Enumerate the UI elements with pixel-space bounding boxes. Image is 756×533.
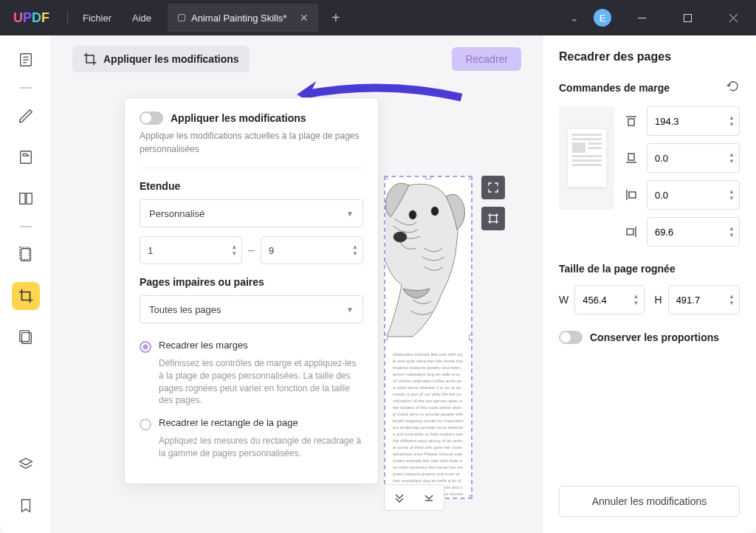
range-select[interactable]: Personnalisé ▼	[140, 199, 363, 227]
cropped-size-label: Taille de la page rognée	[559, 263, 740, 275]
range-to-input[interactable]: 9 ▲▼	[261, 236, 363, 264]
svg-rect-21	[628, 154, 634, 160]
width-label: W	[559, 294, 568, 306]
crop-rect-desc: Appliquez les mesures du rectangle de re…	[159, 435, 363, 460]
crop-tool-icon[interactable]	[12, 282, 40, 310]
svg-point-15	[409, 210, 416, 219]
crop-margins-desc: Définissez les contrôles de marge et app…	[159, 357, 363, 407]
oddeven-section-label: Pages impaires ou paires	[140, 276, 363, 288]
margin-top-input[interactable]: 194.3▲▼	[647, 106, 740, 136]
height-input[interactable]: 491.7▲▼	[668, 285, 740, 314]
margin-right-input[interactable]: 69.6▲▼	[647, 217, 740, 247]
user-avatar[interactable]: E	[594, 9, 611, 27]
crop-box-button[interactable]	[481, 207, 505, 230]
tool-sidebar	[0, 35, 52, 533]
divider	[20, 226, 32, 227]
oddeven-value: Toutes les pages	[149, 304, 221, 315]
range-from-input[interactable]: 1 ▲▼	[140, 236, 242, 264]
svg-rect-20	[628, 119, 634, 125]
crop-panel: Recadrer des pages Commandes de marge 19…	[542, 35, 756, 533]
close-window-button[interactable]	[718, 6, 749, 30]
divider	[140, 168, 363, 168]
radio-icon	[140, 419, 151, 430]
oddeven-select[interactable]: Toutes les pages ▼	[140, 295, 363, 323]
radio-checked-icon	[140, 341, 151, 353]
crop-icon	[83, 52, 97, 66]
range-dash: –	[248, 244, 255, 257]
close-icon[interactable]: ×	[300, 10, 308, 26]
margin-bottom-icon	[623, 151, 639, 165]
apply-changes-button[interactable]: Appliquer les modifications	[72, 46, 250, 72]
crop-rect-radio[interactable]: Recadrer le rectangle de la page	[140, 417, 363, 430]
minimize-button[interactable]	[626, 6, 657, 30]
dog-illustration	[384, 176, 472, 344]
layers-icon[interactable]	[12, 450, 40, 478]
step-down-icon[interactable]: ▼	[231, 251, 237, 257]
ocr-tool-icon[interactable]	[12, 241, 40, 269]
lock-aspect-toggle[interactable]	[559, 331, 583, 344]
page-thumbnail	[559, 106, 614, 210]
step-down-icon[interactable]: ▼	[352, 251, 358, 257]
margin-controls-label: Commandes de marge	[559, 82, 670, 94]
step-up-icon[interactable]: ▲	[352, 244, 358, 250]
caret-down-icon: ▼	[346, 210, 354, 218]
bookmark-icon[interactable]	[12, 492, 40, 520]
width-input[interactable]: 456.4▲▼	[574, 285, 644, 314]
edit-tool-icon[interactable]	[12, 143, 40, 171]
margin-left-icon	[623, 188, 639, 202]
fit-page-button[interactable]	[481, 176, 505, 199]
radio-label: Recadrer les marges	[159, 340, 248, 351]
range-section-label: Etendue	[140, 180, 363, 192]
step-up-icon[interactable]: ▲	[231, 244, 237, 250]
apply-label: Appliquer les modifications	[103, 53, 239, 65]
caret-down-icon: ▼	[346, 306, 354, 314]
add-tab-button[interactable]: +	[324, 10, 348, 27]
svg-point-16	[431, 207, 439, 216]
page-nav	[384, 484, 444, 511]
reader-tool-icon[interactable]	[12, 46, 40, 74]
radio-label: Recadrer le rectangle de la page	[159, 417, 298, 428]
chevron-down-icon[interactable]: ⌄	[570, 12, 579, 24]
batch-tool-icon[interactable]	[12, 323, 40, 351]
maximize-button[interactable]	[672, 6, 703, 30]
svg-point-17	[394, 232, 407, 242]
svg-rect-1	[684, 14, 691, 21]
margin-left-input[interactable]: 0.0▲▼	[647, 180, 740, 210]
lock-aspect-label: Conserver les proportions	[590, 331, 719, 343]
annotate-tool-icon[interactable]	[12, 102, 40, 130]
range-select-value: Personnalisé	[149, 208, 205, 219]
document-tab[interactable]: Animal Painting Skills* ×	[168, 4, 318, 32]
apply-toggle[interactable]	[140, 111, 163, 125]
crop-button[interactable]: Recadrer	[452, 47, 521, 71]
tab-indicator-icon	[178, 14, 185, 21]
page-preview[interactable]: celebrates animals like cats with style …	[384, 176, 472, 499]
divider	[67, 10, 68, 25]
svg-rect-18	[490, 216, 497, 222]
height-label: H	[655, 294, 662, 306]
preview-text: celebrates animals like cats with style …	[385, 347, 471, 499]
svg-rect-9	[19, 193, 24, 204]
svg-rect-10	[26, 193, 31, 204]
margin-bottom-input[interactable]: 0.0▲▼	[647, 143, 740, 173]
crop-margins-radio[interactable]: Recadrer les marges	[140, 340, 363, 353]
reset-icon[interactable]	[726, 80, 740, 96]
svg-rect-8	[20, 151, 31, 164]
svg-rect-24	[629, 192, 636, 198]
apply-description: Applique les modifications actuelles à l…	[140, 129, 363, 156]
organize-tool-icon[interactable]	[12, 185, 40, 213]
apply-changes-popup: Appliquer les modifications Applique les…	[124, 97, 379, 484]
scroll-down-button[interactable]	[385, 485, 414, 510]
last-page-button[interactable]	[414, 485, 444, 510]
menu-help[interactable]: Aide	[122, 13, 162, 24]
divider	[20, 87, 32, 89]
panel-title: Recadrer des pages	[559, 50, 740, 63]
tab-title: Animal Painting Skills*	[191, 13, 286, 24]
cancel-changes-button[interactable]: Annuler les modifications	[559, 486, 740, 517]
app-logo: UPDF	[0, 10, 63, 26]
svg-rect-25	[627, 229, 633, 235]
menu-file[interactable]: Fichier	[72, 13, 122, 24]
apply-toggle-label: Appliquer les modifications	[171, 112, 306, 124]
margin-right-icon	[623, 225, 639, 238]
titlebar: UPDF Fichier Aide Animal Painting Skills…	[0, 0, 756, 35]
margin-top-icon	[623, 114, 639, 128]
